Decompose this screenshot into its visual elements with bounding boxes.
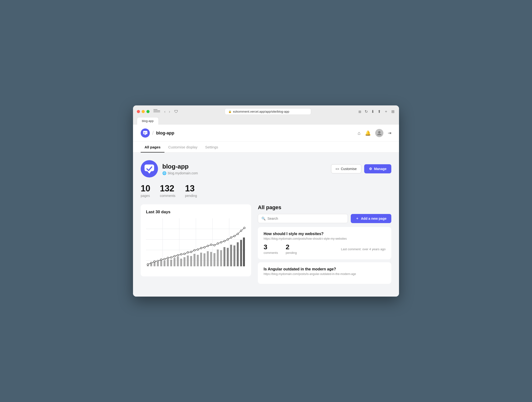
svg-rect-17: [157, 262, 159, 266]
svg-rect-35: [217, 249, 219, 266]
download-button[interactable]: ⬇: [370, 108, 375, 115]
two-col-layout: Last 30 days: [141, 204, 391, 287]
svg-rect-42: [240, 240, 242, 266]
active-tab[interactable]: blog-app: [137, 117, 159, 125]
browser-actions: ⊞ ↻ ⬇ ⬆ ＋ ⊞: [358, 108, 395, 115]
code-icon: <>: [336, 167, 339, 171]
svg-rect-40: [233, 245, 235, 266]
svg-point-63: [210, 244, 212, 246]
page-comments-stat: 3 comments: [264, 244, 278, 255]
svg-point-60: [200, 247, 202, 249]
svg-point-57: [190, 251, 192, 253]
bell-icon: 🔔: [365, 130, 371, 136]
manage-button[interactable]: ⚙ Manage: [364, 164, 391, 173]
header-divider: /: [152, 130, 154, 136]
svg-point-49: [164, 258, 165, 260]
svg-rect-29: [197, 255, 199, 266]
svg-rect-28: [194, 254, 196, 266]
svg-rect-31: [203, 253, 205, 266]
refresh-button[interactable]: ↻: [364, 108, 368, 115]
fullscreen-button[interactable]: [146, 110, 150, 113]
forward-button[interactable]: ›: [168, 109, 171, 115]
app-header: / blog-app ⌂ 🔔: [133, 125, 399, 142]
lock-icon: 🔒: [228, 110, 232, 113]
address-bar[interactable]: 🔒 ezkomment.vercel.app/app/site/blog-app: [225, 108, 311, 115]
globe-icon: 🌐: [162, 171, 166, 175]
notifications-button[interactable]: 🔔: [365, 130, 371, 136]
tab-settings[interactable]: Settings: [201, 142, 222, 153]
close-button[interactable]: [137, 110, 140, 113]
home-icon: ⌂: [358, 130, 361, 136]
svg-point-44: [147, 264, 149, 265]
svg-rect-41: [237, 242, 239, 266]
site-header-row: blog-app 🌐 blog.mydomain.com <> Customis…: [141, 160, 391, 178]
main-content: blog-app 🌐 blog.mydomain.com <> Customis…: [133, 153, 399, 297]
page-url-text: https://blog.mydomain.com/posts/is-angul…: [264, 272, 386, 276]
pages-panel: All pages 🔍 ＋ Add a new page: [258, 204, 391, 287]
search-icon: 🔍: [261, 217, 266, 220]
svg-point-58: [194, 249, 196, 251]
grid-button[interactable]: ⊞: [391, 108, 395, 115]
tab-customise-display[interactable]: Customise display: [165, 142, 201, 153]
svg-point-64: [214, 244, 215, 246]
search-input[interactable]: [267, 217, 344, 220]
search-add-row: 🔍 ＋ Add a new page: [258, 214, 391, 223]
svg-rect-37: [223, 247, 225, 266]
browser-window: ‹ › 🛡 🔒 ezkomment.vercel.app/app/site/bl…: [133, 105, 399, 297]
avatar: [375, 129, 383, 137]
site-actions: <> Customise ⚙ Manage: [331, 164, 391, 173]
logout-icon: ⇥: [388, 130, 391, 136]
chart-svg: [146, 218, 246, 271]
svg-rect-36: [220, 250, 222, 266]
svg-rect-33: [210, 252, 212, 266]
svg-rect-19: [164, 261, 165, 266]
svg-rect-20: [167, 259, 169, 266]
site-domain-row: 🌐 blog.mydomain.com: [162, 171, 198, 175]
site-text-info: blog-app 🌐 blog.mydomain.com: [162, 163, 198, 175]
translate-button[interactable]: ⊞: [358, 109, 362, 114]
svg-rect-43: [243, 237, 245, 266]
svg-point-62: [207, 245, 209, 247]
svg-point-65: [217, 243, 219, 244]
add-page-button[interactable]: ＋ Add a new page: [351, 214, 391, 223]
svg-point-50: [167, 257, 169, 259]
logout-button[interactable]: ⇥: [388, 130, 391, 136]
minimize-button[interactable]: [142, 110, 145, 113]
shield-icon: 🛡: [174, 109, 178, 114]
share-button[interactable]: ⬆: [377, 108, 381, 115]
page-comments-label: comments: [264, 251, 278, 255]
tab-all-pages[interactable]: All pages: [141, 142, 165, 153]
svg-rect-39: [230, 245, 232, 266]
site-info: blog-app 🌐 blog.mydomain.com: [141, 160, 198, 178]
page-title-text: How should I style my websites?: [264, 232, 386, 236]
new-tab-button[interactable]: ＋: [383, 108, 389, 115]
site-name: blog-app: [162, 163, 198, 170]
svg-point-59: [197, 249, 199, 250]
svg-point-51: [171, 257, 172, 258]
site-logo-icon: [141, 160, 158, 178]
svg-rect-22: [174, 258, 176, 266]
page-stats-row: 3 comments 2 pending Last comment: over …: [264, 244, 386, 255]
customise-button[interactable]: <> Customise: [331, 164, 361, 173]
back-button[interactable]: ‹: [163, 109, 167, 115]
svg-point-55: [184, 253, 185, 255]
svg-rect-27: [190, 256, 192, 266]
stat-pages: 10 pages: [141, 184, 150, 198]
stat-pending: 13 pending: [185, 184, 197, 198]
pages-count: 10: [141, 184, 150, 193]
page-last-comment: Last comment: over 4 years ago: [341, 247, 386, 251]
home-button[interactable]: ⌂: [358, 130, 361, 136]
app-logo-icon: [141, 128, 150, 138]
browser-nav-buttons: ‹ ›: [163, 109, 171, 115]
svg-point-72: [240, 230, 242, 232]
pages-title: All pages: [258, 204, 391, 211]
svg-point-45: [150, 262, 152, 264]
svg-point-67: [223, 240, 225, 242]
app-content: / blog-app ⌂ 🔔: [133, 125, 399, 297]
avatar-button[interactable]: [375, 129, 383, 137]
svg-rect-34: [213, 253, 215, 266]
page-comments-count: 3: [264, 244, 278, 250]
svg-point-73: [244, 227, 245, 229]
svg-rect-38: [227, 248, 229, 266]
sidebar-toggle-button[interactable]: [153, 109, 160, 114]
